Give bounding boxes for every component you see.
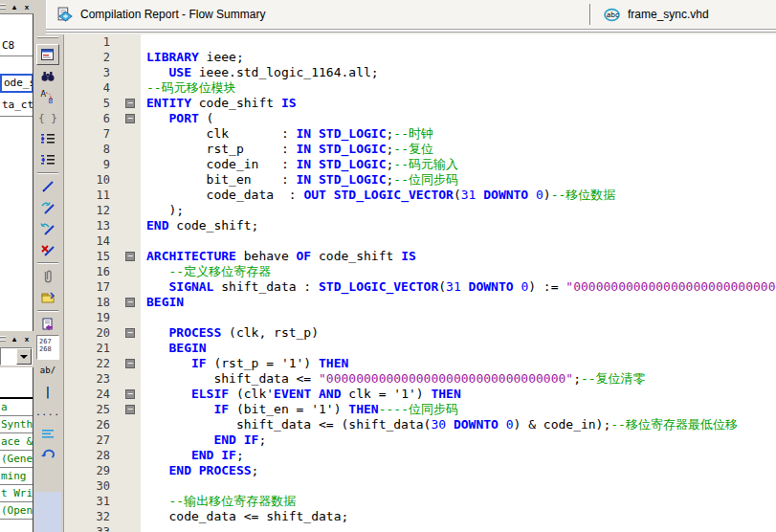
task-row[interactable]: Synth [0,416,33,433]
code-line[interactable]: 29 END PROCESS; [64,463,776,478]
code-line[interactable]: 17 SIGNAL shift_data : STD_LOGIC_VECTOR(… [64,279,776,295]
decrease-indent-button[interactable] [36,149,59,170]
lowercase-button[interactable]: ab/ [36,360,59,381]
insert-file-button[interactable] [36,314,59,335]
code-line[interactable]: 30 [64,478,776,494]
panel-collapse-button[interactable]: ▴ [9,334,20,344]
find-button[interactable] [36,65,59,86]
code-line[interactable]: 7 clk : IN STD_LOGIC;--时钟 [64,126,776,142]
collapse-minus-icon[interactable]: − [125,99,135,108]
replace-button[interactable]: A B [36,86,59,107]
pen-tool-button[interactable] [36,176,59,197]
code-line[interactable]: 1 [64,34,776,50]
code-line[interactable]: 9 code_in : IN STD_LOGIC;--码元输入 [64,157,776,172]
align-lines-button[interactable] [36,423,59,444]
hierarchy-item-selected[interactable]: ode_s [0,74,33,93]
line-number: 14 [64,233,123,249]
fold-gutter [123,218,141,233]
replace-a-to-b-icon: A B [40,89,55,104]
collapse-minus-icon[interactable]: − [125,405,135,414]
panel-grip[interactable] [0,336,6,343]
code-text: shift_data <= "0000000000000000000000000… [141,371,646,387]
ellipsis-button[interactable]: .... [36,402,59,423]
fold-marker[interactable]: − [123,387,141,402]
collapse-minus-icon[interactable]: − [125,328,135,338]
code-line[interactable]: 13END code_shift; [64,218,776,233]
code-editor[interactable]: 12LIBRARY ieee;3 USE ieee.std_logic_1164… [63,34,776,532]
collapse-minus-icon[interactable]: − [125,114,135,123]
pen-back-button[interactable] [36,218,59,239]
code-line[interactable]: 21 BEGIN [64,341,776,356]
fold-marker[interactable]: − [123,295,141,310]
line-number-bottom: 268 [39,345,58,353]
collapse-minus-icon[interactable]: − [125,389,135,399]
task-row[interactable]: ace & I [0,433,33,451]
code-line[interactable]: 15−ARCHITECTURE behave OF code_shift IS [64,249,776,264]
code-line[interactable]: 23 shift_data <= "0000000000000000000000… [64,371,776,387]
code-line[interactable]: 32 code_data <= shift_data; [64,509,776,524]
fold-marker[interactable]: − [123,96,141,111]
task-row[interactable]: t Writ [0,485,33,502]
task-row[interactable]: (Open [0,502,33,520]
line-number-display: 267 268 [36,335,59,360]
tab-label: frame_sync.vhd [628,8,709,21]
increase-indent-button[interactable] [36,128,59,149]
collapse-minus-icon[interactable]: − [125,252,135,261]
code-line[interactable]: 3 USE ieee.std_logic_1164.all; [64,65,776,80]
fold-marker[interactable]: − [123,356,141,371]
code-line[interactable]: 26 shift_data <= (shift_data(30 DOWNTO 0… [64,417,776,432]
fold-marker[interactable]: − [123,111,141,126]
code-line[interactable]: 2LIBRARY ieee; [64,50,776,65]
panel-collapse-button[interactable]: ▴ [9,2,20,12]
code-line[interactable]: 11 code_data : OUT STD_LOGIC_VECTOR(31 D… [64,188,776,203]
code-line[interactable]: 16 --定义移位寄存器 [64,264,776,279]
task-row[interactable]: a [0,399,33,416]
fold-gutter [123,172,141,188]
attach-button[interactable] [36,266,59,287]
line-number: 11 [64,188,123,203]
cursor-bar-button[interactable]: | [36,381,59,402]
collapse-minus-icon[interactable]: − [125,359,135,368]
message-filter-dropdown[interactable] [0,347,33,366]
panel-close-button[interactable]: x [21,2,33,12]
code-line[interactable]: 20− PROCESS (clk, rst_p) [64,325,776,341]
fold-marker[interactable]: − [123,249,141,264]
code-line[interactable]: 27 END IF; [64,432,776,448]
pen-delete-button[interactable] [36,239,59,260]
code-line[interactable]: 10 bit_en : IN STD_LOGIC;--位同步码 [64,172,776,188]
tab-compilation-report[interactable]: Compilation Report - Flow Summary [47,0,275,29]
code-line[interactable]: 14 [64,233,776,249]
code-line[interactable]: 6− PORT ( [64,111,776,126]
task-row[interactable]: ming A [0,468,33,485]
code-line[interactable]: 25− IF (bit_en = '1') THEN----位同步码 [64,402,776,417]
collapse-minus-icon[interactable]: − [125,298,135,307]
editor-window-icon[interactable] [36,44,59,65]
pen-forward-button[interactable] [36,197,59,218]
panel-grip[interactable] [0,4,6,11]
hierarchy-item[interactable]: ta_ct [2,99,33,111]
code-line[interactable]: 4--码元移位模块 [64,80,776,96]
code-text: --输出移位寄存器数据 [141,494,296,509]
code-line[interactable]: 28 END IF; [64,448,776,463]
code-text: IF (bit_en = '1') THEN----位同步码 [141,402,458,417]
insert-template-button[interactable] [36,287,59,308]
code-line[interactable]: 12 ); [64,203,776,218]
code-line[interactable]: 31 --输出移位寄存器数据 [64,494,776,509]
task-row[interactable]: (Gener [0,451,33,468]
code-line[interactable]: 18−BEGIN [64,295,776,310]
fold-marker[interactable]: − [123,325,141,341]
chevron-down-icon[interactable] [16,348,32,365]
panel-close-button[interactable]: x [21,334,33,344]
project-navigator-titlebar: ▴ x [0,0,33,13]
tab-frame-sync-vhd[interactable]: abc frame_sync.vhd [594,0,719,29]
code-line[interactable]: 19 [64,310,776,325]
match-delimiter-button[interactable]: { } [36,107,59,128]
code-line[interactable]: 22− IF (rst_p = '1') THEN [64,356,776,371]
toolbar-grip[interactable] [37,36,58,41]
code-line[interactable]: 33 [64,524,776,532]
undo-button[interactable] [36,444,59,465]
fold-marker[interactable]: − [123,402,141,417]
code-line[interactable]: 8 rst_p : IN STD_LOGIC;--复位 [64,142,776,157]
code-line[interactable]: 5−ENTITY code_shift IS [64,96,776,111]
code-line[interactable]: 24− ELSIF (clk'EVENT AND clk = '1') THEN [64,387,776,402]
